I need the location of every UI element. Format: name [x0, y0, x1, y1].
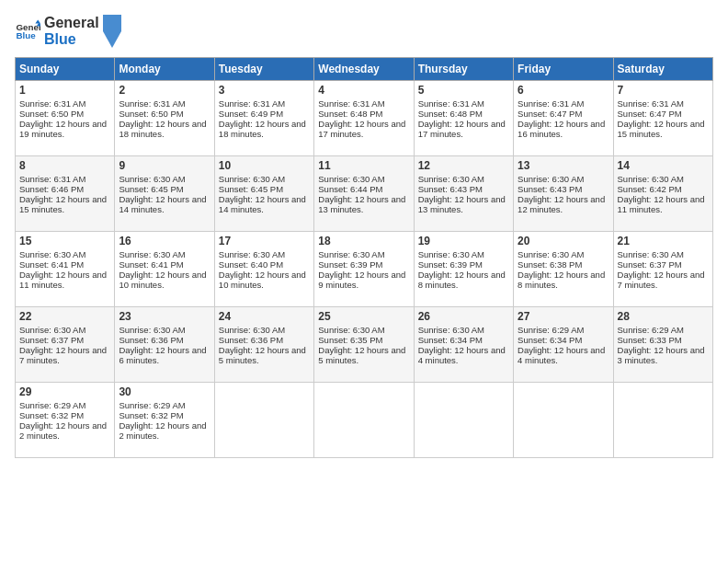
daylight-text: Daylight: 12 hours and 8 minutes.	[418, 270, 506, 290]
day-number: 14	[618, 159, 709, 172]
sunset-text: Sunset: 6:41 PM	[119, 259, 183, 270]
daylight-text: Daylight: 12 hours and 9 minutes.	[318, 270, 405, 290]
sunrise-text: Sunrise: 6:29 AM	[119, 400, 185, 410]
day-number: 6	[518, 84, 609, 97]
daylight-text: Daylight: 12 hours and 14 minutes.	[119, 194, 206, 214]
sunset-text: Sunset: 6:41 PM	[19, 259, 84, 270]
day-number: 23	[119, 310, 210, 323]
sunset-text: Sunset: 6:49 PM	[219, 109, 283, 119]
sunset-text: Sunset: 6:35 PM	[318, 335, 382, 345]
sunrise-text: Sunrise: 6:30 AM	[618, 249, 684, 259]
calendar-day-cell: 12Sunrise: 6:30 AMSunset: 6:43 PMDayligh…	[414, 156, 513, 232]
calendar-table: SundayMondayTuesdayWednesdayThursdayFrid…	[15, 57, 713, 458]
sunrise-text: Sunrise: 6:30 AM	[219, 174, 285, 184]
calendar-day-cell: 8Sunrise: 6:31 AMSunset: 6:46 PMDaylight…	[16, 156, 115, 232]
calendar-body: 1Sunrise: 6:31 AMSunset: 6:50 PMDaylight…	[16, 81, 713, 458]
day-number: 28	[618, 310, 709, 323]
daylight-text: Daylight: 12 hours and 16 minutes.	[518, 119, 605, 139]
day-number: 29	[19, 385, 110, 398]
day-number: 22	[19, 310, 110, 323]
sunset-text: Sunset: 6:36 PM	[219, 335, 283, 345]
day-number: 3	[219, 84, 310, 97]
calendar-header-cell: Monday	[115, 58, 214, 81]
daylight-text: Daylight: 12 hours and 6 minutes.	[119, 345, 206, 365]
calendar-day-cell	[314, 383, 414, 458]
daylight-text: Daylight: 12 hours and 7 minutes.	[19, 345, 107, 365]
calendar-day-cell: 5Sunrise: 6:31 AMSunset: 6:48 PMDaylight…	[414, 81, 513, 156]
daylight-text: Daylight: 12 hours and 13 minutes.	[318, 194, 405, 214]
calendar-day-cell: 17Sunrise: 6:30 AMSunset: 6:40 PMDayligh…	[214, 232, 313, 307]
daylight-text: Daylight: 12 hours and 10 minutes.	[119, 270, 206, 290]
sunset-text: Sunset: 6:34 PM	[518, 335, 582, 345]
sunset-text: Sunset: 6:46 PM	[19, 184, 84, 194]
calendar-day-cell: 24Sunrise: 6:30 AMSunset: 6:36 PMDayligh…	[214, 307, 313, 383]
daylight-text: Daylight: 12 hours and 8 minutes.	[518, 270, 605, 290]
calendar-day-cell: 28Sunrise: 6:29 AMSunset: 6:33 PMDayligh…	[613, 307, 712, 383]
calendar-day-cell: 11Sunrise: 6:30 AMSunset: 6:44 PMDayligh…	[314, 156, 414, 232]
daylight-text: Daylight: 12 hours and 17 minutes.	[318, 119, 405, 139]
day-number: 10	[219, 159, 310, 172]
sunrise-text: Sunrise: 6:30 AM	[219, 249, 285, 259]
sunset-text: Sunset: 6:39 PM	[318, 259, 382, 270]
calendar-header-cell: Friday	[514, 58, 613, 81]
calendar-day-cell: 3Sunrise: 6:31 AMSunset: 6:49 PMDaylight…	[214, 81, 313, 156]
calendar-day-cell: 1Sunrise: 6:31 AMSunset: 6:50 PMDaylight…	[16, 81, 115, 156]
sunset-text: Sunset: 6:48 PM	[418, 109, 483, 119]
daylight-text: Daylight: 12 hours and 2 minutes.	[119, 420, 206, 441]
day-number: 1	[19, 84, 110, 97]
day-number: 26	[418, 310, 509, 323]
sunset-text: Sunset: 6:50 PM	[19, 109, 84, 119]
sunset-text: Sunset: 6:34 PM	[418, 335, 483, 345]
calendar-header-cell: Thursday	[414, 58, 513, 81]
sunset-text: Sunset: 6:33 PM	[618, 335, 682, 345]
day-number: 9	[119, 159, 210, 172]
day-number: 21	[618, 235, 709, 247]
sunset-text: Sunset: 6:37 PM	[19, 335, 84, 345]
calendar-day-cell: 29Sunrise: 6:29 AMSunset: 6:32 PMDayligh…	[16, 383, 115, 458]
daylight-text: Daylight: 12 hours and 11 minutes.	[618, 194, 705, 214]
sunset-text: Sunset: 6:38 PM	[518, 259, 582, 270]
calendar-day-cell	[613, 383, 712, 458]
calendar-day-cell: 22Sunrise: 6:30 AMSunset: 6:37 PMDayligh…	[16, 307, 115, 383]
calendar-day-cell: 18Sunrise: 6:30 AMSunset: 6:39 PMDayligh…	[314, 232, 414, 307]
calendar-header-row: SundayMondayTuesdayWednesdayThursdayFrid…	[16, 58, 713, 81]
daylight-text: Daylight: 12 hours and 15 minutes.	[618, 119, 705, 139]
sunrise-text: Sunrise: 6:30 AM	[19, 249, 85, 259]
sunrise-text: Sunrise: 6:30 AM	[518, 249, 584, 259]
svg-text:Blue: Blue	[16, 30, 36, 40]
calendar-day-cell: 23Sunrise: 6:30 AMSunset: 6:36 PMDayligh…	[115, 307, 214, 383]
calendar-day-cell: 9Sunrise: 6:30 AMSunset: 6:45 PMDaylight…	[115, 156, 214, 232]
daylight-text: Daylight: 12 hours and 4 minutes.	[418, 345, 506, 365]
sunrise-text: Sunrise: 6:30 AM	[318, 174, 384, 184]
calendar-day-cell	[514, 383, 613, 458]
calendar-day-cell	[214, 383, 313, 458]
sunset-text: Sunset: 6:45 PM	[119, 184, 183, 194]
sunrise-text: Sunrise: 6:31 AM	[19, 98, 85, 109]
daylight-text: Daylight: 12 hours and 10 minutes.	[219, 270, 306, 290]
calendar-header-cell: Saturday	[613, 58, 712, 81]
calendar-day-cell: 21Sunrise: 6:30 AMSunset: 6:37 PMDayligh…	[613, 232, 712, 307]
calendar-day-cell: 10Sunrise: 6:30 AMSunset: 6:45 PMDayligh…	[214, 156, 313, 232]
logo-arrow-icon	[103, 15, 121, 48]
daylight-text: Daylight: 12 hours and 5 minutes.	[219, 345, 306, 365]
daylight-text: Daylight: 12 hours and 18 minutes.	[219, 119, 306, 139]
daylight-text: Daylight: 12 hours and 4 minutes.	[518, 345, 605, 365]
day-number: 5	[418, 84, 509, 97]
sunrise-text: Sunrise: 6:31 AM	[19, 174, 85, 184]
calendar-day-cell: 6Sunrise: 6:31 AMSunset: 6:47 PMDaylight…	[514, 81, 613, 156]
daylight-text: Daylight: 12 hours and 7 minutes.	[618, 270, 705, 290]
daylight-text: Daylight: 12 hours and 12 minutes.	[518, 194, 605, 214]
sunrise-text: Sunrise: 6:31 AM	[219, 98, 285, 109]
daylight-text: Daylight: 12 hours and 17 minutes.	[418, 119, 506, 139]
sunset-text: Sunset: 6:48 PM	[318, 109, 382, 119]
daylight-text: Daylight: 12 hours and 18 minutes.	[119, 119, 206, 139]
calendar-day-cell: 30Sunrise: 6:29 AMSunset: 6:32 PMDayligh…	[115, 383, 214, 458]
day-number: 25	[318, 310, 409, 323]
sunrise-text: Sunrise: 6:30 AM	[418, 249, 484, 259]
day-number: 8	[19, 159, 110, 172]
day-number: 15	[19, 235, 110, 247]
calendar-day-cell: 7Sunrise: 6:31 AMSunset: 6:47 PMDaylight…	[613, 81, 712, 156]
sunset-text: Sunset: 6:50 PM	[119, 109, 183, 119]
sunrise-text: Sunrise: 6:30 AM	[119, 249, 185, 259]
sunset-text: Sunset: 6:42 PM	[618, 184, 682, 194]
